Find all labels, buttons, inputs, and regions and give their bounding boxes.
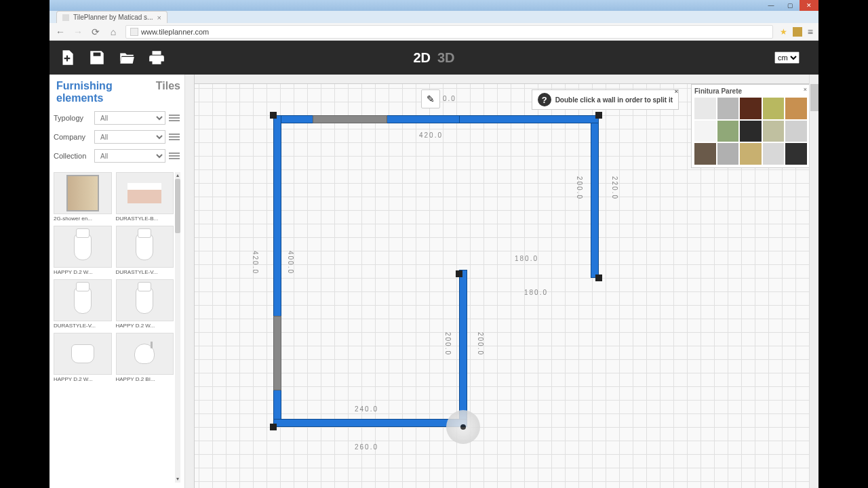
- color-swatch[interactable]: [717, 143, 739, 165]
- tab-tiles[interactable]: Tiles: [156, 80, 180, 104]
- filter-collection-select[interactable]: All: [94, 149, 165, 163]
- browser-menu-icon[interactable]: ≡: [808, 26, 813, 37]
- color-swatch[interactable]: [694, 121, 716, 142]
- dimension-label: 420.0: [252, 251, 259, 274]
- list-icon[interactable]: [168, 113, 180, 123]
- list-icon[interactable]: [168, 131, 180, 142]
- color-swatch[interactable]: [785, 121, 807, 142]
- corner-node[interactable]: [270, 112, 277, 119]
- catalog-item-label: DURASTYLE-V...: [116, 269, 174, 275]
- print-button[interactable]: [146, 47, 167, 68]
- color-swatch[interactable]: [740, 143, 762, 165]
- dimension-label: 180.0: [515, 255, 538, 262]
- dimension-label: 220.0: [611, 176, 618, 200]
- catalog-item[interactable]: DURASTYLE-V...: [54, 279, 112, 329]
- back-button[interactable]: ←: [55, 26, 66, 37]
- dimension-label: 420.0: [419, 131, 443, 139]
- catalog-thumb: [116, 226, 174, 268]
- floorplan-canvas[interactable]: ✎ 0.0 ? Double click a wall in order to …: [185, 75, 818, 488]
- wall-finish-palette: Finitura Parete ×: [691, 84, 810, 168]
- dimension-label: 180.0: [524, 289, 548, 296]
- wall-right-upper[interactable]: [591, 115, 599, 278]
- catalog-thumb: [116, 279, 174, 321]
- color-swatch[interactable]: [785, 143, 807, 165]
- extension-icon[interactable]: [793, 27, 802, 37]
- window-close-button[interactable]: ✕: [800, 0, 818, 11]
- color-swatch[interactable]: [763, 98, 785, 119]
- corner-node[interactable]: [595, 274, 602, 281]
- browser-tab[interactable]: TilePlanner by Maticad s... ×: [56, 11, 167, 23]
- wall-bottom[interactable]: [273, 419, 467, 427]
- catalog-item[interactable]: HAPPY D.2 W...: [54, 333, 112, 382]
- color-swatch[interactable]: [694, 98, 716, 119]
- corner-node[interactable]: [595, 112, 602, 119]
- catalog-item[interactable]: HAPPY D.2 W...: [116, 279, 174, 329]
- color-swatch[interactable]: [717, 98, 739, 119]
- tab-furnishing[interactable]: Furnishing elements: [56, 80, 148, 104]
- color-swatch[interactable]: [763, 121, 785, 142]
- wall-left-door[interactable]: [273, 316, 281, 390]
- palette-title: Finitura Parete: [694, 87, 807, 95]
- view-3d-toggle[interactable]: 3D: [437, 50, 455, 66]
- save-button[interactable]: [86, 47, 108, 68]
- new-file-button[interactable]: [56, 47, 78, 68]
- filter-company-select[interactable]: All: [94, 130, 165, 144]
- scroll-thumb[interactable]: [810, 84, 818, 111]
- list-icon[interactable]: [168, 150, 180, 161]
- color-swatch[interactable]: [763, 143, 785, 165]
- catalog-item[interactable]: 2G-shower en...: [54, 172, 112, 222]
- scroll-up-icon[interactable]: ▴: [175, 172, 180, 179]
- dimension-label: 0.0: [443, 95, 456, 102]
- app-toolbar: 2D 3D cm: [50, 41, 818, 75]
- dimension-label: 200.0: [444, 332, 452, 356]
- home-button[interactable]: ⌂: [108, 26, 119, 37]
- wall-notch-vertical[interactable]: [459, 270, 467, 427]
- catalog-item[interactable]: DURASTYLE-V...: [116, 226, 174, 275]
- catalog-item[interactable]: DURASTYLE-B...: [116, 172, 174, 222]
- catalog-item[interactable]: HAPPY D.2 BI...: [116, 333, 174, 382]
- open-button[interactable]: [116, 47, 138, 68]
- scroll-down-icon[interactable]: ▾: [175, 476, 180, 483]
- catalog-thumb: [54, 333, 112, 375]
- catalog-thumb: [54, 226, 112, 268]
- corner-node[interactable]: [456, 270, 462, 277]
- ruler-horizontal: [185, 75, 818, 84]
- url-text: www.tileplanner.com: [141, 28, 209, 36]
- catalog-item[interactable]: HAPPY D.2 W...: [54, 226, 112, 275]
- catalog-item-label: HAPPY D.2 BI...: [116, 376, 174, 382]
- reload-button[interactable]: ⟳: [90, 26, 101, 37]
- window-minimize-button[interactable]: —: [762, 0, 781, 11]
- palette-close-icon[interactable]: ×: [804, 86, 807, 93]
- color-swatch[interactable]: [694, 143, 716, 165]
- dimension-label: 240.0: [355, 405, 378, 413]
- sidebar: Furnishing elements Tiles Typology All C…: [50, 75, 185, 488]
- view-2d-toggle[interactable]: 2D: [413, 50, 431, 66]
- url-field[interactable]: www.tileplanner.com: [125, 25, 773, 39]
- window-maximize-button[interactable]: ▢: [781, 0, 800, 11]
- dimension-label: 200.0: [576, 176, 583, 200]
- bookmark-star-icon[interactable]: ★: [780, 27, 787, 37]
- wall-top-segment[interactable]: [313, 115, 387, 123]
- browser-tabstrip: TilePlanner by Maticad s... ×: [50, 11, 818, 23]
- wall-notch-top[interactable]: [459, 115, 599, 123]
- tab-close-icon[interactable]: ×: [157, 14, 161, 22]
- corner-node[interactable]: [270, 424, 277, 430]
- wall-drag-handle[interactable]: [446, 410, 480, 444]
- catalog-item-label: HAPPY D.2 W...: [54, 269, 112, 275]
- dimension-label: 200.0: [477, 332, 484, 356]
- color-swatch[interactable]: [740, 121, 762, 142]
- color-swatch[interactable]: [785, 98, 807, 119]
- scroll-thumb[interactable]: [175, 179, 180, 233]
- catalog-item-label: DURASTYLE-B...: [116, 216, 174, 222]
- pencil-tool-button[interactable]: ✎: [421, 89, 440, 108]
- page-icon: [130, 28, 138, 36]
- catalog-item-label: DURASTYLE-V...: [54, 323, 112, 329]
- app-vertical-scrollbar[interactable]: [809, 75, 818, 488]
- drag-handle-dot: [460, 424, 466, 430]
- color-swatch[interactable]: [717, 121, 739, 142]
- unit-select[interactable]: cm: [774, 52, 800, 64]
- hint-close-icon[interactable]: ×: [675, 88, 678, 95]
- filter-typology-select[interactable]: All: [94, 111, 165, 125]
- color-swatch[interactable]: [740, 98, 762, 119]
- catalog-scrollbar[interactable]: ▴ ▾: [175, 172, 180, 483]
